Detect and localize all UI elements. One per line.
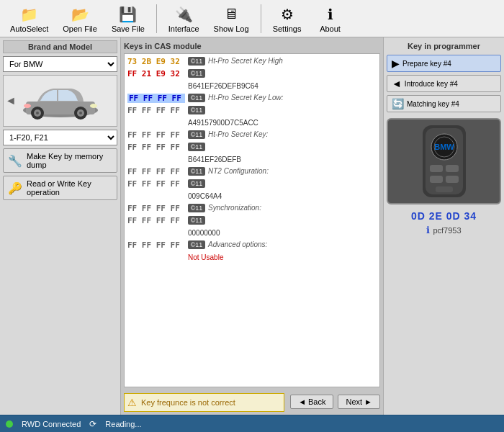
key-row-sub5: 00000000 — [127, 228, 377, 238]
settings-icon: ⚙ — [277, 4, 297, 24]
read-write-button[interactable]: 🔑 Read or Write Key operation — [3, 176, 117, 200]
key-hex-9: FF FF FF FF — [127, 204, 185, 213]
introduce-icon: ◄ — [392, 78, 402, 89]
warning-icon: ⚠ — [127, 397, 137, 408]
key-badge-8: ©11 — [188, 179, 205, 188]
key-row-6: FF FF FF FF ©11 — [127, 143, 377, 152]
showlog-label: Show Log — [214, 24, 249, 33]
svg-point-7 — [79, 112, 82, 114]
key-info-1: Ht-Pro Secret Key High — [208, 57, 283, 65]
make-key-button[interactable]: 🔧 Make Key by memory dump — [3, 148, 117, 173]
model-dropdown[interactable]: 1-F20, F21 — [3, 130, 117, 145]
key-image-area: BMW — [387, 118, 501, 204]
svg-point-4 — [36, 112, 39, 114]
car-left-arrow[interactable]: ◄ — [5, 94, 17, 107]
key-row-11: FF FF FF FF ©11 Advanced options: — [127, 240, 377, 250]
next-button[interactable]: Next ► — [338, 395, 380, 409]
autoselect-icon: 📁 — [19, 4, 40, 24]
svg-point-8 — [90, 104, 97, 108]
key-badge-11: ©11 — [188, 240, 205, 249]
prepare-icon: ▶ — [392, 58, 400, 69]
reading-spinner: ⟳ — [89, 419, 96, 429]
key-hex-4: FF FF FF FF — [127, 106, 185, 115]
key-sub-6: Not Usable — [188, 253, 223, 262]
key-hex-2: FF 21 E9 32 — [127, 69, 185, 78]
key-hex-5: FF FF FF FF — [127, 130, 185, 140]
programmer-header: Key in programmer — [387, 40, 501, 52]
key-image: BMW — [415, 122, 473, 201]
prepare-key-button[interactable]: ▶ Prepare key #4 — [387, 55, 501, 72]
svg-rect-16 — [446, 165, 459, 172]
cas-panel: Keys in CAS module 73 2B E9 32 ©11 Ht-Pr… — [121, 37, 383, 415]
key-hex-1: 73 2B E9 32 — [127, 57, 185, 66]
about-label: About — [320, 24, 341, 33]
key-info-3: Ht-Pro Secret Key Low: — [208, 94, 283, 102]
key-row-3: FF FF FF FF ©11 Ht-Pro Secret Key Low: — [127, 94, 377, 103]
connection-status: RWD Connected — [22, 420, 81, 428]
key-row-8: FF FF FF FF ©11 — [127, 179, 377, 189]
key-chip-value: 0D 2E 0D 34 — [387, 210, 501, 222]
showlog-button[interactable]: 🖥 Show Log — [210, 3, 253, 35]
key-sub-1: B641EF26DEFB9C64 — [188, 81, 258, 91]
key-badge-10: ©11 — [188, 216, 205, 225]
key-row-sub2: A49157900D7C5ACC — [127, 118, 377, 127]
key-badge-7: ©11 — [188, 167, 205, 176]
programmer-panel: Key in programmer ▶ Prepare key #4 ◄ Int… — [383, 37, 504, 415]
svg-text:BMW: BMW — [434, 143, 454, 151]
matching-icon: 🔄 — [392, 98, 404, 109]
cas-header: Keys in CAS module — [124, 40, 380, 52]
keys-table: 73 2B E9 32 ©11 Ht-Pro Secret Key High F… — [124, 53, 380, 387]
svg-rect-18 — [446, 176, 459, 183]
connection-indicator — [6, 420, 13, 428]
prepare-label: Prepare key #4 — [402, 60, 451, 68]
key-row-sub3: B641EF26DEFB — [127, 155, 377, 164]
interface-label: Interface — [168, 24, 199, 33]
back-button[interactable]: ◄ Back — [290, 395, 333, 409]
savefile-button[interactable]: 💾 Save File — [107, 3, 149, 35]
key-row-7: FF FF FF FF ©11 NT2 Configuration: — [127, 167, 377, 176]
key-write-icon: 🔑 — [8, 180, 22, 196]
key-badge-9: ©11 — [188, 204, 205, 212]
toolbar: 📁 AutoSelect 📂 Open File 💾 Save File 🔌 I… — [0, 0, 504, 37]
key-badge-6: ©11 — [188, 143, 205, 151]
about-button[interactable]: ℹ About — [312, 3, 349, 35]
matching-key-button[interactable]: 🔄 Matching key #4 — [387, 95, 501, 112]
back-icon: ◄ — [298, 397, 306, 406]
svg-rect-15 — [430, 165, 443, 172]
key-sub-3: B641EF26DEFB — [188, 155, 241, 164]
autoselect-button[interactable]: 📁 AutoSelect — [6, 3, 53, 35]
key-row-5: FF FF FF FF ©11 Ht-Pro Secret Key: — [127, 130, 377, 140]
brand-dropdown[interactable]: For BMW — [3, 56, 117, 72]
key-hex-8: FF FF FF FF — [127, 179, 185, 189]
showlog-icon: 🖥 — [221, 4, 241, 24]
introduce-key-button[interactable]: ◄ Introduce key #4 — [387, 75, 501, 92]
openfile-button[interactable]: 📂 Open File — [58, 3, 102, 35]
make-key-label: Make Key by memory dump — [27, 152, 112, 169]
key-badge-5: ©11 — [188, 130, 205, 139]
toolbar-separator2 — [261, 4, 261, 33]
left-panel: Brand and Model For BMW ◄ — [0, 37, 121, 415]
openfile-label: Open File — [63, 24, 97, 33]
memory-icon: 🔧 — [8, 153, 22, 168]
key-hex-3: FF FF FF FF — [127, 94, 185, 103]
key-row-2: FF 21 E9 32 ©11 — [127, 69, 377, 78]
key-info-9: Synchronization: — [208, 204, 261, 212]
chip-info-icon: ℹ — [426, 225, 430, 235]
autoselect-label: AutoSelect — [10, 24, 48, 33]
status-bar: RWD Connected ⟳ Reading... — [0, 415, 504, 432]
warning-text: Key frequnce is not correct — [141, 398, 235, 407]
savefile-label: Save File — [112, 24, 145, 33]
interface-button[interactable]: 🔌 Interface — [164, 3, 204, 35]
toolbar-separator — [156, 4, 157, 33]
key-row-4: FF FF FF FF ©11 — [127, 106, 377, 115]
settings-button[interactable]: ⚙ Settings — [269, 3, 306, 35]
main-content: Brand and Model For BMW ◄ — [0, 37, 504, 415]
key-sub-5: 00000000 — [188, 228, 220, 238]
key-hex-6: FF FF FF FF — [127, 143, 185, 152]
key-row-9: FF FF FF FF ©11 Synchronization: — [127, 204, 377, 213]
key-info-7: NT2 Configuration: — [208, 167, 269, 175]
key-row-sub6: Not Usable — [127, 253, 377, 262]
key-info-5: Ht-Pro Secret Key: — [208, 130, 268, 138]
key-info-11: Advanced options: — [208, 240, 267, 248]
key-sub-4: 009C64A4 — [188, 192, 222, 201]
